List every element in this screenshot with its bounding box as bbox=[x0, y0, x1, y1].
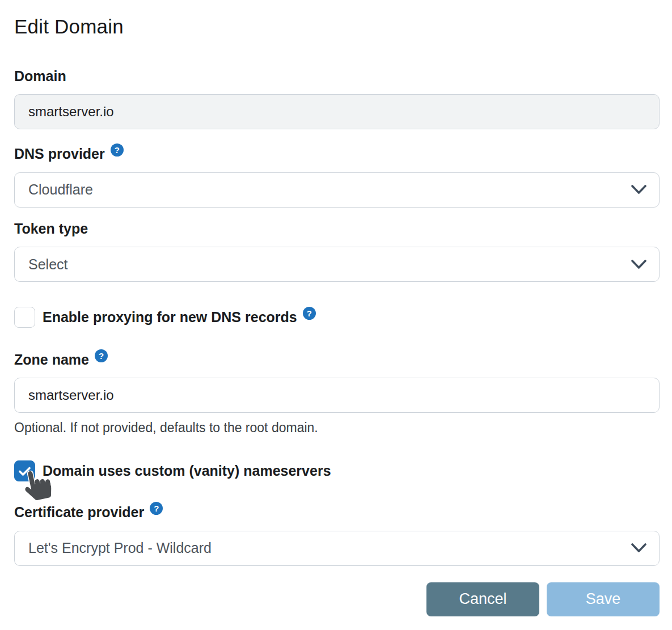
checkmark-icon bbox=[19, 467, 31, 476]
token-type-select[interactable]: Select bbox=[14, 247, 660, 282]
domain-input bbox=[14, 94, 660, 129]
token-type-label: Token type bbox=[14, 221, 660, 237]
dns-provider-label-row: DNS provider ? bbox=[14, 146, 660, 162]
help-icon[interactable]: ? bbox=[150, 502, 163, 515]
proxy-checkbox-label[interactable]: Enable proxying for new DNS records bbox=[43, 309, 297, 325]
certificate-provider-label-row: Certificate provider ? bbox=[14, 504, 660, 521]
dns-provider-select[interactable]: Cloudflare bbox=[14, 172, 660, 208]
vanity-checkbox-row: Domain uses custom (vanity) nameservers bbox=[14, 460, 660, 481]
help-icon[interactable]: ? bbox=[111, 143, 124, 157]
chevron-down-icon bbox=[631, 260, 646, 269]
save-button[interactable]: Save bbox=[547, 582, 660, 616]
chevron-down-icon bbox=[631, 185, 646, 195]
cancel-button[interactable]: Cancel bbox=[426, 582, 539, 616]
vanity-checkbox[interactable] bbox=[14, 460, 35, 481]
page-title: Edit Domain bbox=[14, 15, 660, 39]
certificate-provider-value: Let's Encrypt Prod - Wildcard bbox=[28, 540, 212, 556]
zone-name-label: Zone name bbox=[14, 352, 89, 368]
chevron-down-icon bbox=[631, 543, 646, 553]
domain-label: Domain bbox=[14, 68, 660, 84]
help-icon[interactable]: ? bbox=[303, 307, 316, 320]
certificate-provider-select[interactable]: Let's Encrypt Prod - Wildcard bbox=[14, 531, 660, 566]
help-icon[interactable]: ? bbox=[95, 349, 108, 362]
certificate-provider-label: Certificate provider bbox=[14, 504, 144, 521]
proxy-checkbox-row: Enable proxying for new DNS records ? bbox=[14, 307, 660, 328]
zone-name-label-row: Zone name ? bbox=[14, 352, 660, 368]
vanity-checkbox-label[interactable]: Domain uses custom (vanity) nameservers bbox=[43, 463, 331, 479]
zone-name-helper-text: Optional. If not provided, defaults to t… bbox=[14, 420, 660, 435]
zone-name-input[interactable] bbox=[14, 378, 660, 413]
dns-provider-value: Cloudflare bbox=[28, 181, 93, 198]
modal-footer: Cancel Save bbox=[14, 582, 660, 616]
token-type-value: Select bbox=[28, 256, 67, 273]
proxy-checkbox[interactable] bbox=[14, 307, 35, 328]
dns-provider-label: DNS provider bbox=[14, 146, 105, 162]
edit-domain-modal: Edit Domain Domain DNS provider ? Cloudf… bbox=[0, 0, 672, 630]
